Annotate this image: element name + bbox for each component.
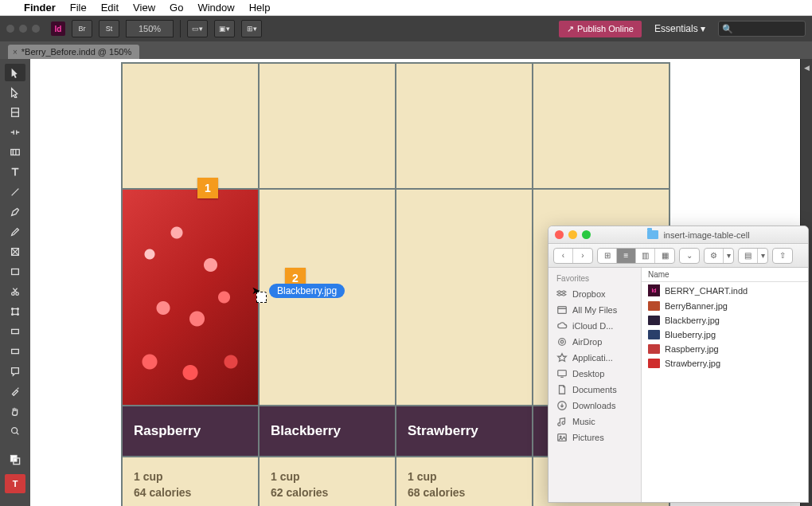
content-collector-tool[interactable] (5, 143, 25, 161)
window-traffic-lights[interactable] (6, 25, 40, 33)
menu-edit[interactable]: Edit (101, 2, 119, 14)
formatting-affects-toggle[interactable]: T (5, 474, 25, 493)
free-transform-tool[interactable] (5, 303, 25, 320)
file-row[interactable]: Strawberry.jpg (642, 356, 808, 371)
sidebar-item-music[interactable]: Music (548, 414, 641, 430)
share-button[interactable]: ⇧ (772, 248, 793, 264)
sidebar-item-airdrop[interactable]: AirDrop (548, 334, 641, 350)
finder-traffic-lights[interactable] (555, 230, 591, 239)
document-tab-bar: × *Berry_Before.indd @ 150% (0, 41, 812, 59)
workspace-switcher[interactable]: Essentials ▾ (648, 23, 712, 34)
image-cell-strawberry[interactable] (396, 189, 533, 406)
pen-tool[interactable] (5, 203, 25, 221)
sidebar-item-pictures[interactable]: Pictures (548, 430, 641, 445)
view-options-button[interactable]: ▭▾ (187, 20, 208, 37)
svg-point-8 (18, 308, 19, 310)
image-thumbnail-icon (648, 301, 660, 311)
info-cell[interactable]: 1 cup 68 calories (396, 457, 533, 506)
svg-rect-11 (12, 329, 19, 333)
name-cell[interactable]: Strawberry (396, 406, 533, 457)
zoom-level-select[interactable]: 150% (126, 20, 174, 37)
nav-back-forward[interactable]: ‹› (553, 248, 593, 264)
info-cell[interactable]: 1 cup 64 calories (122, 457, 259, 506)
serving-label: 1 cup (408, 470, 532, 483)
svg-rect-12 (12, 349, 19, 353)
folder-icon (647, 230, 658, 239)
document-tab[interactable]: × *Berry_Before.indd @ 150% (8, 45, 139, 59)
file-row[interactable]: IdBERRY_CHART.indd (642, 282, 808, 299)
svg-point-9 (12, 314, 14, 316)
rectangle-frame-tool[interactable] (5, 243, 25, 261)
menu-help[interactable]: Help (249, 2, 271, 14)
mac-menubar: Finder File Edit View Go Window Help (0, 0, 812, 16)
svg-rect-3 (12, 269, 19, 275)
image-cell-raspberry[interactable] (122, 189, 259, 406)
eyedropper-tool[interactable] (5, 382, 25, 400)
gradient-feather-tool[interactable] (5, 343, 25, 360)
zoom-tool[interactable] (5, 422, 25, 440)
image-thumbnail-icon (648, 359, 660, 368)
file-row[interactable]: Blackberry.jpg (642, 313, 808, 328)
publish-online-button[interactable]: ↗ Publish Online (559, 21, 642, 37)
action-menu[interactable]: ⚙︎▾ (704, 248, 734, 264)
finder-titlebar[interactable]: insert-image-table-cell (548, 226, 808, 244)
bridge-button[interactable]: Br (72, 20, 92, 37)
hand-tool[interactable] (5, 402, 25, 420)
table-cell[interactable] (259, 63, 396, 189)
active-app-name[interactable]: Finder (24, 2, 56, 14)
sidebar-item-all-my-files[interactable]: All My Files (548, 302, 641, 318)
sidebar-item-documents[interactable]: Documents (548, 382, 641, 398)
menu-go[interactable]: Go (170, 2, 183, 14)
table-cell[interactable] (396, 63, 533, 189)
selection-tool[interactable] (5, 64, 25, 81)
calories-label: 62 calories (271, 486, 395, 499)
table-cell[interactable] (533, 63, 670, 189)
line-tool[interactable] (5, 183, 25, 201)
name-cell[interactable]: Blackberry (259, 406, 396, 457)
sidebar-item-dropbox[interactable]: Dropbox (548, 286, 641, 302)
finder-window[interactable]: insert-image-table-cell ‹› ⊞ ≡ ▥ ▦ ⌄ ⚙︎▾… (548, 226, 809, 503)
expand-panels-icon[interactable]: ◀ (804, 64, 810, 72)
menu-view[interactable]: View (133, 2, 155, 14)
table-cell[interactable] (122, 63, 259, 189)
sidebar-item-downloads[interactable]: Downloads (548, 398, 641, 414)
name-cell[interactable]: Raspberry (122, 406, 259, 457)
file-row[interactable]: Blueberry.jpg (642, 328, 808, 342)
column-view-icon: ▥ (636, 249, 655, 263)
info-cell[interactable]: 1 cup 62 calories (259, 457, 396, 506)
forward-icon: › (573, 249, 592, 263)
stock-button[interactable]: St (99, 20, 119, 37)
gap-tool[interactable] (5, 124, 25, 141)
file-row[interactable]: Raspberry.jpg (642, 342, 808, 356)
menu-window[interactable]: Window (197, 2, 234, 14)
note-tool[interactable] (5, 363, 25, 380)
close-tab-icon[interactable]: × (13, 48, 18, 57)
direct-selection-tool[interactable] (5, 84, 25, 101)
file-name-label: BERRY_CHART.indd (665, 286, 748, 296)
column-header-name[interactable]: Name (642, 268, 808, 282)
file-row[interactable]: BerryBanner.jpg (642, 299, 808, 313)
icon-view-icon: ⊞ (598, 249, 617, 263)
group-menu[interactable]: ▤▾ (738, 248, 768, 264)
scissors-tool[interactable] (5, 283, 25, 300)
calories-label: 68 calories (408, 486, 532, 499)
help-search-input[interactable]: 🔍 (718, 21, 806, 37)
view-mode-segmented[interactable]: ⊞ ≡ ▥ ▦ (597, 248, 675, 264)
gradient-swatch-tool[interactable] (5, 323, 25, 340)
menu-file[interactable]: File (70, 2, 87, 14)
rectangle-tool[interactable] (5, 263, 25, 280)
screen-mode-button[interactable]: ▣▾ (214, 20, 235, 37)
pencil-tool[interactable] (5, 223, 25, 241)
arrange-menu[interactable]: ⌄ (679, 248, 700, 264)
page-tool[interactable] (5, 104, 25, 121)
share-icon: ⇧ (773, 249, 792, 263)
list-view-icon: ≡ (617, 249, 636, 263)
sidebar-item-icloud[interactable]: iCloud D... (548, 318, 641, 334)
fill-stroke-swatch[interactable] (5, 448, 25, 472)
svg-point-17 (559, 339, 566, 346)
sidebar-item-desktop[interactable]: Desktop (548, 366, 641, 382)
sidebar-item-applications[interactable]: Applicati... (548, 350, 641, 366)
type-tool[interactable] (5, 163, 25, 181)
arrange-docs-button[interactable]: ⊞▾ (241, 20, 262, 37)
place-cursor-icon: ➤ (252, 284, 269, 302)
